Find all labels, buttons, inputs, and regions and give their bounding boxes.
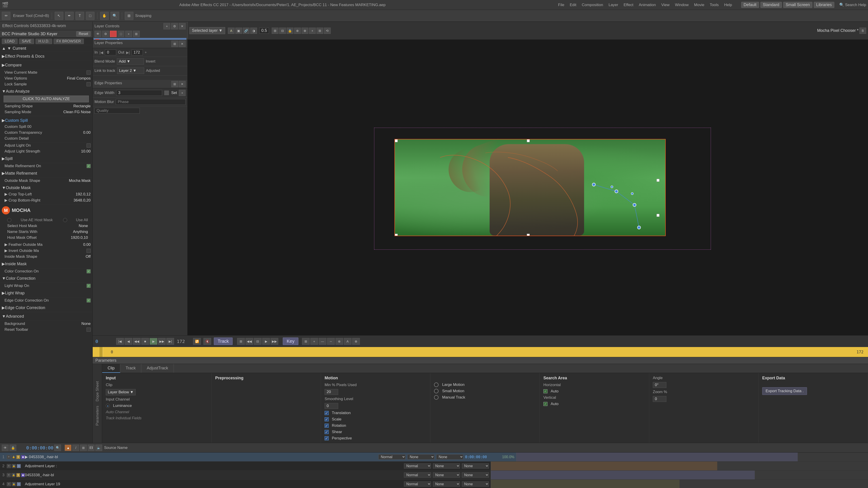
snap-btn[interactable]: ⊞ — [125, 12, 133, 20]
track-mode-1[interactable]: Normal — [378, 454, 405, 459]
auto-analyze-button[interactable]: CLICK TO AUTO ANALYZE — [4, 96, 89, 102]
horizontal-auto-checkbox[interactable]: ✓ — [544, 389, 548, 393]
tab-adjust-track[interactable]: AdjustTrack — [141, 364, 174, 373]
layer-props-expand[interactable]: ⊞ — [171, 41, 178, 47]
track-eye-4[interactable]: 👁 — [7, 482, 11, 486]
track-mode-2[interactable]: Normal — [404, 463, 431, 468]
track-lock-4[interactable]: 🔒 — [12, 482, 16, 486]
layer-expand-btn[interactable]: ⊞ — [133, 31, 140, 37]
tab-track[interactable]: Track — [120, 364, 141, 373]
out-value[interactable]: 172 — [131, 50, 143, 55]
menu-help[interactable]: Help — [722, 3, 734, 7]
rotation-checkbox[interactable]: ✓ — [324, 424, 329, 428]
track-none1-3[interactable]: None — [433, 473, 460, 478]
advanced-header[interactable]: ▼ Advanced — [0, 313, 92, 320]
track-none2-4[interactable]: None — [462, 482, 489, 487]
edge-color-correction-on-checkbox[interactable]: ✓ — [87, 298, 91, 302]
track-eye-1[interactable]: 👁 — [7, 455, 11, 459]
pen-tool[interactable]: ✒ — [65, 12, 74, 20]
track-lock-3[interactable]: 🔒 — [11, 473, 16, 477]
viewer-tool-a[interactable]: A — [228, 28, 235, 34]
layer-color-btn[interactable] — [110, 31, 117, 37]
track-none2-1[interactable]: None — [436, 454, 463, 459]
lock-sample-checkbox[interactable] — [87, 82, 91, 86]
key-options-5[interactable]: ⊕ — [336, 338, 343, 345]
perspective-checkbox[interactable]: ✓ — [324, 436, 329, 440]
inside-mask-header[interactable]: ▶ Inside Mask — [0, 260, 92, 267]
track-options-5[interactable]: ▶▶ — [271, 338, 278, 345]
auto-analyze-header[interactable]: ▼ Auto Analyze — [0, 88, 92, 95]
angle-value[interactable]: 0° — [653, 382, 666, 388]
search-help[interactable]: 🔍 Search Help — [839, 2, 866, 7]
tab-clip[interactable]: Clip — [102, 364, 120, 373]
play-btn[interactable]: ▶ — [150, 338, 157, 345]
reset-toolbar-checkbox[interactable] — [87, 328, 91, 332]
marker-btn-3[interactable]: ⊞ — [80, 445, 87, 451]
standard-btn[interactable]: Standard — [761, 2, 782, 8]
step-fwd-btn[interactable]: ▶| — [166, 338, 174, 345]
viewer-lock-btn[interactable]: 🔒 — [287, 28, 293, 34]
layer-props-close[interactable]: ✕ — [179, 41, 186, 47]
load-button[interactable]: LOAD — [2, 39, 18, 44]
marker-btn-5[interactable]: 🔈 — [95, 445, 102, 451]
layer-below-dropdown[interactable]: Layer Below ▼ — [106, 389, 135, 395]
key-options-1[interactable]: ⊞ — [302, 338, 310, 345]
track-solo-3[interactable]: S — [16, 473, 20, 477]
track-mode-3[interactable]: Normal — [404, 473, 431, 478]
add-layer-btn[interactable]: + — [163, 23, 170, 29]
edge-width-slider[interactable] — [164, 91, 169, 95]
layer-type-btn[interactable]: □ — [118, 31, 124, 37]
dope-sheet-label[interactable]: Dope Sheet — [95, 381, 100, 401]
track-options-1[interactable]: ⊞ — [237, 338, 245, 345]
track-lock-2[interactable]: 🔒 — [12, 464, 16, 468]
launch-mocha-row[interactable]: M MOCHA — [0, 204, 92, 216]
track-none2-2[interactable]: None — [462, 463, 489, 468]
layer-add-btn[interactable]: + — [125, 31, 132, 37]
selected-layer-dropdown[interactable]: Selected layer ▼ — [189, 27, 225, 34]
adjust-light-checkbox[interactable] — [87, 143, 91, 148]
track-options-2[interactable]: ◀◀ — [246, 338, 253, 345]
matte-refinement-on-checkbox[interactable]: ✓ — [87, 164, 91, 168]
menu-file[interactable]: File — [556, 3, 566, 7]
set-btn[interactable]: + — [179, 90, 186, 96]
viewer-zoom-btn[interactable]: ⊗ — [302, 28, 308, 34]
color-correction-header[interactable]: ▼ Color Correction — [0, 275, 92, 282]
viewer-center-btn[interactable]: + — [309, 28, 316, 34]
layer-settings-btn[interactable]: ⚙ — [171, 23, 178, 29]
key-options-2[interactable]: + — [310, 338, 318, 345]
mute-btn[interactable]: 🔇 — [204, 338, 211, 345]
track-none1-2[interactable]: None — [433, 463, 460, 468]
effect-presets-header[interactable]: ▶ Effect Presets & Docs — [0, 53, 92, 60]
reset-button[interactable]: Reset — [76, 31, 91, 37]
track-options-3[interactable]: ⊟ — [254, 338, 261, 345]
translation-checkbox[interactable]: ✓ — [324, 411, 329, 415]
menu-animation[interactable]: Animation — [637, 3, 658, 7]
params-sidebar-label[interactable]: Parameters — [95, 406, 100, 426]
matte-refinement-header[interactable]: ▶ Matte Refinement — [0, 170, 92, 177]
shear-checkbox[interactable]: ✓ — [324, 430, 329, 434]
export-tracking-button[interactable]: Export Tracking Data . — [762, 387, 807, 395]
layer-gear-btn[interactable]: ⚙ — [102, 31, 109, 37]
key-options-3[interactable]: — — [319, 338, 327, 345]
small-screen-btn[interactable]: Small Screen — [783, 2, 812, 8]
in-value[interactable]: 0 — [105, 50, 116, 55]
compare-header[interactable]: ▶ Compare — [0, 62, 92, 68]
eraser-tool[interactable]: ✏ — [2, 12, 10, 20]
step-back-btn[interactable]: ◀ — [125, 338, 132, 345]
light-wrap-header[interactable]: ▶ Light Wrap — [0, 290, 92, 296]
select-tool[interactable]: ↖ — [55, 12, 63, 20]
save-button[interactable]: SAVE — [19, 39, 34, 44]
menu-view[interactable]: View — [659, 3, 672, 7]
key-options-4[interactable]: ↔ — [327, 338, 335, 345]
time-search-btn[interactable]: 🔍 — [54, 445, 61, 451]
track-solo-1[interactable]: S — [16, 455, 20, 459]
large-motion-radio[interactable] — [434, 383, 438, 387]
edge-color-correction-header[interactable]: ▶ Edge Color Correction — [0, 304, 92, 311]
key-options-6[interactable]: A — [344, 338, 351, 345]
manual-track-radio[interactable] — [434, 395, 438, 400]
track-none2-3[interactable]: None — [462, 473, 489, 478]
spill-header[interactable]: ▶ Spill — [0, 155, 92, 162]
layer-close-btn[interactable]: ✕ — [179, 23, 186, 29]
min-pixels-value[interactable]: 20 — [324, 389, 338, 395]
hand-tool[interactable]: ✋ — [100, 12, 109, 20]
